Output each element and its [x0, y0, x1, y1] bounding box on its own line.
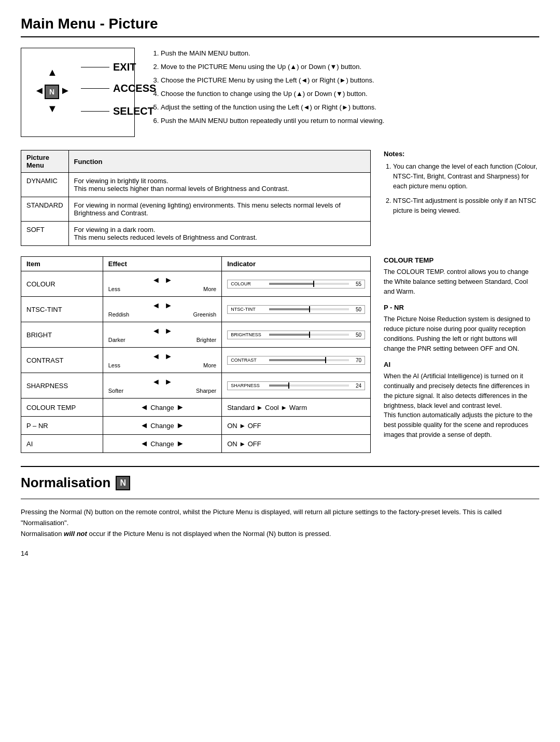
instructions-list: Push the MAIN MENU button.Move to the PI… — [150, 48, 539, 137]
access-label: ACCESS — [113, 83, 156, 94]
left-arrow-icon: ◄ — [140, 421, 148, 430]
right-arrow-icon: ► — [176, 421, 185, 430]
nav-diagram: ▲ ◄ N ► ▼ EXIT ACCESS SELECT — [21, 48, 135, 137]
info-section-text: The Picture Noise Reduction system is de… — [384, 314, 539, 353]
effect-label-left: Less — [108, 286, 120, 292]
indicator-marker — [288, 382, 289, 389]
left-arrow-icon: ◄ — [152, 276, 160, 285]
indicator-track — [269, 308, 349, 310]
col-item: Item — [21, 257, 103, 271]
indicator-value: 50 — [351, 332, 361, 338]
n-button: N — [45, 85, 59, 99]
instruction-step: Adjust the setting of the function using… — [161, 102, 539, 113]
effect-cell: ◄►LessMore — [103, 348, 221, 373]
effect-cell: ◄►SofterSharper — [103, 373, 221, 399]
effect-label-left: Reddish — [108, 311, 129, 318]
indicator-marker — [309, 306, 310, 312]
indicator-cell: BRIGHTNESS 50 — [222, 322, 371, 348]
effect-cell: ◄►LessMore — [103, 271, 221, 297]
indicator-track — [269, 334, 349, 336]
indicator-label: SHARPNESS — [231, 383, 267, 388]
right-arrow-icon: ► — [164, 326, 173, 336]
effect-item: P – NR — [21, 417, 103, 435]
info-section-title: P - NR — [384, 304, 539, 311]
left-arrow-icon: ◄ — [152, 352, 160, 361]
indicator-fill — [269, 359, 325, 361]
left-arrow-icon: ◄ — [140, 439, 148, 448]
effect-label-right: More — [203, 286, 216, 292]
table-row: COLOUR TEMP◄Change►Standard ► Cool ► War… — [21, 399, 371, 417]
left-arrow-icon: ◄ — [140, 403, 148, 412]
indicator-fill — [269, 308, 309, 310]
indicator-marker — [309, 332, 310, 338]
right-arrow-icon: ► — [176, 439, 185, 448]
normalisation-title: Normalisation — [21, 475, 110, 491]
table-row: P – NR◄Change►ON ► OFF — [21, 417, 371, 435]
instruction-step: Push the MAIN MENU button repeatedly unt… — [161, 115, 539, 127]
n-badge: N — [116, 476, 130, 490]
left-arrow-icon: ◄ — [34, 85, 45, 97]
indicator-cell: NTSC-TINT 50 — [222, 297, 371, 322]
table-row: AI◄Change►ON ► OFF — [21, 435, 371, 453]
indicator-value: 70 — [351, 358, 361, 363]
indicator-label: NTSC-TINT — [231, 307, 267, 312]
indicator-fill — [269, 334, 309, 336]
table-row: SOFTFor viewing in a dark room. This men… — [21, 222, 371, 246]
indicator-marker — [313, 281, 314, 287]
info-section-text: When the AI (Artificial Intelligence) is… — [384, 372, 539, 439]
note-item: NTSC-Tint adjustment is possible only if… — [393, 196, 539, 216]
effect-cell: ◄Change► — [103, 435, 221, 453]
effect-item: CONTRAST — [21, 348, 103, 373]
table-row: STANDARDFor viewing in normal (evening l… — [21, 197, 371, 222]
indicator-cell: SHARPNESS 24 — [222, 373, 371, 399]
table-row: CONTRAST◄►LessMore CONTRAST 70 — [21, 348, 371, 373]
effect-item: NTSC-TINT — [21, 297, 103, 322]
indicator-label: COLOUR — [231, 281, 267, 286]
page-number: 14 — [21, 549, 539, 557]
info-section-title: AI — [384, 361, 539, 368]
change-label: Change — [150, 422, 174, 430]
down-arrow-icon: ▼ — [47, 103, 58, 115]
effect-label-right: Greenish — [193, 311, 217, 318]
indicator-value: 50 — [351, 307, 361, 312]
effect-label-left: Less — [108, 362, 120, 368]
indicator-value: 24 — [351, 383, 361, 389]
menu-item: DYNAMIC — [21, 173, 69, 197]
picture-menu-table: Picture Menu Function DYNAMICFor viewing… — [21, 150, 371, 246]
left-arrow-icon: ◄ — [152, 377, 160, 387]
effect-item: AI — [21, 435, 103, 453]
indicator-track — [269, 283, 349, 285]
right-arrow-icon: ► — [164, 276, 173, 285]
effect-label-right: Sharper — [196, 388, 216, 394]
instruction-step: Choose the PICTURE Menu by using the Lef… — [161, 75, 539, 86]
instruction-step: Move to the PICTURE Menu using the Up (▲… — [161, 61, 539, 73]
change-label: Change — [150, 404, 174, 411]
instruction-step: Push the MAIN MENU button. — [161, 48, 539, 59]
indicator-cell: Standard ► Cool ► Warm — [222, 399, 371, 417]
indicator-fill — [269, 384, 288, 387]
right-arrow-icon: ► — [164, 352, 173, 361]
col-indicator: Indicator — [222, 257, 371, 271]
effect-label-left: Darker — [108, 337, 125, 343]
indicator-cell: COLOUR 55 — [222, 271, 371, 297]
table-row: BRIGHT◄►DarkerBrighter BRIGHTNESS 50 — [21, 322, 371, 348]
table-row: SHARPNESS◄►SofterSharper SHARPNESS 24 — [21, 373, 371, 399]
indicator-track — [269, 384, 349, 387]
notes-section: Notes: You can change the level of each … — [384, 150, 539, 246]
effect-label-right: Brighter — [197, 337, 217, 343]
col-effect: Effect — [103, 257, 221, 271]
effect-cell: ◄Change► — [103, 417, 221, 435]
note-item: You can change the level of each functio… — [393, 162, 539, 191]
indicator-marker — [325, 357, 326, 363]
left-arrow-icon: ◄ — [152, 301, 160, 310]
indicator-label: BRIGHTNESS — [231, 332, 267, 337]
right-arrow-icon: ► — [60, 85, 71, 97]
effect-item: BRIGHT — [21, 322, 103, 348]
notes-title: Notes: — [384, 150, 539, 158]
effect-cell: ◄Change► — [103, 399, 221, 417]
right-arrow-icon: ► — [164, 301, 173, 310]
page-title: Main Menu - Picture — [21, 16, 539, 37]
normalisation-section: Normalisation N Pressing the Normal (N) … — [21, 466, 539, 539]
indicator-fill — [269, 283, 313, 285]
menu-item: STANDARD — [21, 197, 69, 222]
